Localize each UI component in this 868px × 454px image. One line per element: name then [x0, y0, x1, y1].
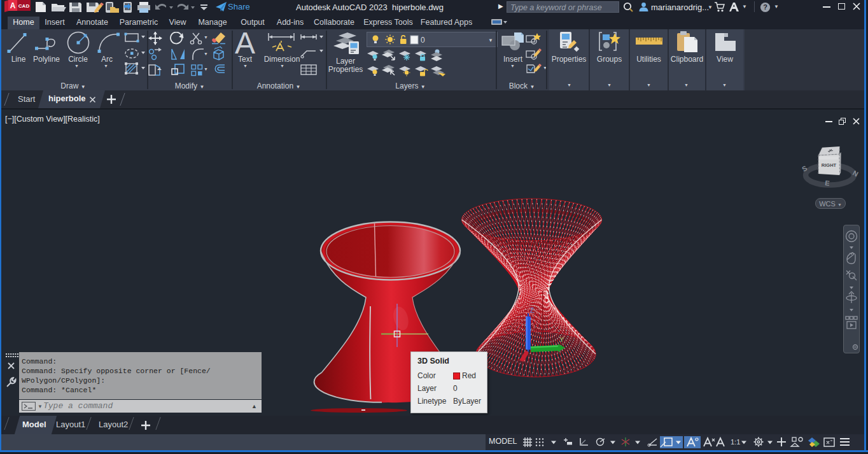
svg-text:RIGHT: RIGHT	[822, 162, 837, 168]
svg-text:Z: Z	[530, 307, 534, 314]
svg-text:Y: Y	[559, 336, 564, 343]
svg-text:E: E	[825, 179, 830, 187]
svg-text:A: A	[10, 1, 16, 10]
svg-text:?: ?	[763, 3, 767, 11]
svg-text:CAD: CAD	[18, 3, 30, 9]
svg-text:1:1: 1:1	[731, 438, 740, 446]
